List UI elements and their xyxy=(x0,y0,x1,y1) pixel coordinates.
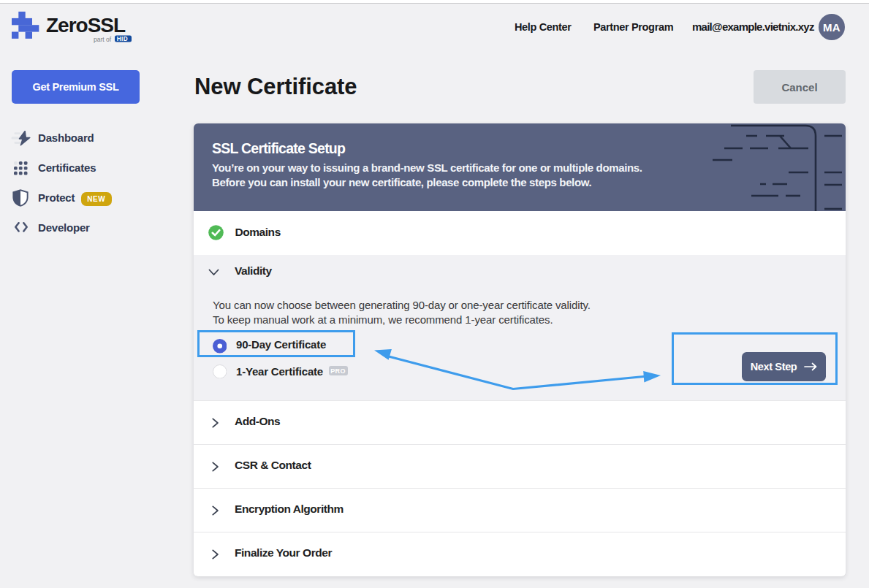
svg-text:ZeroSSL: ZeroSSL xyxy=(46,14,126,37)
svg-text:part of: part of xyxy=(94,36,112,43)
svg-text:HID: HID xyxy=(117,36,128,42)
